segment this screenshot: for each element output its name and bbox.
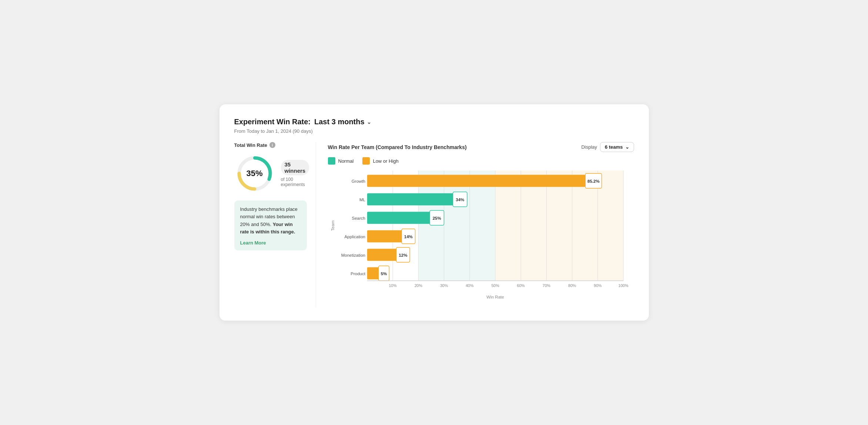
x-tick-10: 10% <box>389 284 397 288</box>
bar-growth <box>367 175 585 187</box>
dropdown-chevron-icon: ⌄ <box>625 144 629 150</box>
bar-product <box>367 267 380 280</box>
gauge-winners-row: 35% 35 winners of 100 experiments <box>234 153 307 194</box>
bar-label-monetization: 12% <box>399 253 407 257</box>
x-axis-title: Win Rate <box>486 295 504 299</box>
legend-normal-label: Normal <box>338 158 354 164</box>
page-title: Experiment Win Rate: <box>234 118 311 126</box>
legend-row: Normal Low or High <box>328 157 634 165</box>
normal-range-bg <box>418 171 495 281</box>
high-low-swatch <box>362 157 370 165</box>
gauge-percentage: 35% <box>246 169 262 178</box>
left-panel: Total Win Rate i 35% <box>234 142 316 307</box>
winners-count: 35 winners <box>281 160 309 175</box>
legend-high-low: Low or High <box>362 157 398 165</box>
y-label-application: Application <box>344 235 365 239</box>
x-tick-80: 80% <box>568 284 576 288</box>
teams-value: 6 teams <box>605 144 623 150</box>
winners-sub: of 100 experiments <box>281 177 309 187</box>
chevron-down-icon: ⌄ <box>367 119 371 125</box>
benchmark-box: Industry benchmarks place normal win rat… <box>234 200 307 250</box>
x-tick-60: 60% <box>517 284 525 288</box>
content-row: Total Win Rate i 35% <box>234 142 634 307</box>
period-label: Last 3 months <box>314 118 365 126</box>
bar-label-search: 25% <box>432 216 441 220</box>
chart-header: Win Rate Per Team (Compared To Industry … <box>328 142 634 152</box>
bar-search <box>367 212 431 224</box>
bar-label-growth: 85.2% <box>587 179 600 183</box>
y-label-search: Search <box>352 216 365 220</box>
x-tick-40: 40% <box>466 284 474 288</box>
bar-label-application: 14% <box>404 235 412 239</box>
main-card: Experiment Win Rate: Last 3 months ⌄ Fro… <box>219 104 649 320</box>
winners-box: 35 winners of 100 experiments <box>281 160 309 187</box>
period-dropdown-button[interactable]: Last 3 months ⌄ <box>314 118 371 126</box>
y-label-product: Product <box>351 271 365 276</box>
display-row: Display 6 teams ⌄ <box>581 142 634 152</box>
bar-chart-svg: 85.2% 34% 25% 14% 12% <box>328 171 634 306</box>
x-tick-90: 90% <box>594 284 602 288</box>
learn-more-link[interactable]: Learn More <box>240 239 301 247</box>
x-tick-70: 70% <box>542 284 550 288</box>
orange-range-bg <box>495 171 623 281</box>
teams-dropdown-button[interactable]: 6 teams ⌄ <box>600 142 634 152</box>
x-tick-50: 50% <box>491 284 499 288</box>
y-axis-title: Team <box>331 220 335 231</box>
y-label-ml: ML <box>359 198 365 202</box>
info-icon[interactable]: i <box>269 142 275 148</box>
x-tick-20: 20% <box>414 284 422 288</box>
legend-normal: Normal <box>328 157 354 165</box>
normal-swatch <box>328 157 335 165</box>
bar-label-ml: 34% <box>456 198 464 202</box>
chart-area: 85.2% 34% 25% 14% 12% <box>328 171 634 307</box>
y-label-monetization: Monetization <box>341 253 365 257</box>
gauge-chart: 35% <box>234 153 275 194</box>
display-label: Display <box>581 144 597 150</box>
bar-ml <box>367 193 454 206</box>
bar-label-product: 5% <box>381 271 387 276</box>
date-subtitle: From Today to Jan 1, 2024 (90 days) <box>234 128 634 134</box>
right-panel: Win Rate Per Team (Compared To Industry … <box>328 142 634 307</box>
total-win-rate-label: Total Win Rate i <box>234 142 307 148</box>
y-label-growth: Growth <box>351 179 365 183</box>
chart-title: Win Rate Per Team (Compared To Industry … <box>328 144 467 150</box>
panel-divider <box>316 142 316 307</box>
x-tick-30: 30% <box>440 284 448 288</box>
bar-monetization <box>367 249 398 261</box>
legend-high-low-label: Low or High <box>373 158 398 164</box>
bar-application <box>367 230 403 243</box>
header-row: Experiment Win Rate: Last 3 months ⌄ <box>234 118 634 126</box>
x-tick-100: 100% <box>618 284 629 288</box>
